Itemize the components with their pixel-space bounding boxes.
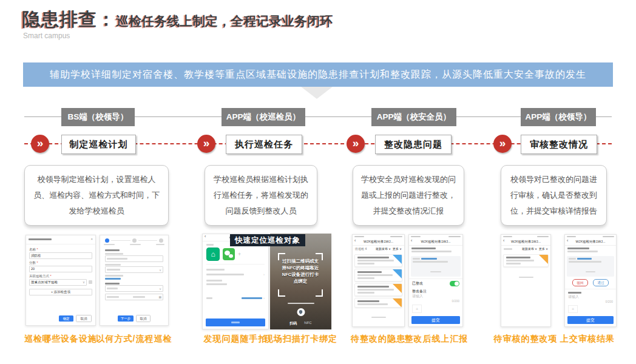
- step-rectify: 整改隐患问题: [375, 135, 452, 154]
- confirm-button[interactable]: 确定: [59, 315, 73, 322]
- back-icon[interactable]: ‹: [567, 238, 568, 243]
- chevron-double-icon: »: [31, 135, 49, 153]
- chevron-down-icon: ∨: [159, 268, 161, 272]
- app-navbar: ‹ WJX巡检对象1WJ...: [409, 238, 462, 246]
- more-dropdown[interactable]: 更多 ∨: [539, 247, 548, 251]
- caption-pending-audit: 待审核的整改项: [494, 334, 558, 345]
- filter-pending: 待巡检 4: [355, 247, 367, 251]
- chevron-double-icon: »: [197, 135, 215, 153]
- more-dropdown[interactable]: 更多 ∨: [393, 247, 402, 251]
- caption-scan-bind: 现场扫描打卡绑定: [265, 334, 337, 345]
- page-subtitle: Smart campus: [23, 32, 70, 40]
- desc-make-plan: 校领导制定巡检计划，设置巡检人员、巡检内容、巡检方式和时间，下发给学校巡检员: [24, 165, 169, 226]
- back-icon[interactable]: ‹: [205, 234, 206, 238]
- detail-box: [567, 256, 614, 277]
- add-check-item-button[interactable]: + 添加检查项: [29, 289, 92, 295]
- app-navbar: ‹ WJX巡检对象1WJ...: [501, 238, 550, 246]
- chevron-double-icon: »: [493, 135, 512, 153]
- scan-instruction: 过扫描二维码或支持NFC的终端靠近NFC设备进行打卡点绑定: [280, 258, 320, 285]
- desc-rectify: 学校安全员对巡检发现的问题或上报的问题进行整改，并提交整改情况汇报: [353, 165, 464, 226]
- reject-button[interactable]: 驳回: [572, 279, 588, 286]
- task-card[interactable]: [354, 283, 402, 296]
- quick-locate-banner: 快速定位巡检对象: [230, 234, 305, 246]
- nfc-shield-icon[interactable]: [297, 308, 305, 316]
- task-card[interactable]: [354, 254, 402, 267]
- chevron-down-icon: ∨: [83, 280, 85, 284]
- score-input[interactable]: 20: [29, 266, 92, 272]
- ribbon-orange: [393, 284, 402, 293]
- screenshot-rectify-list: ‹ WJX巡检对象1WJ... 待巡检 4 最新发布 ∨ 更多 ∨: [352, 234, 405, 327]
- badge-bs-leader: BS端（校领导）: [61, 108, 135, 126]
- task-card[interactable]: [503, 254, 549, 267]
- sort-dropdown[interactable]: 最新发布 ∨: [376, 247, 391, 251]
- remark-label: 整改备注: [412, 289, 459, 294]
- remark-placeholder[interactable]: 请输入: [568, 295, 613, 300]
- name-input[interactable]: 消防栓: [29, 252, 92, 259]
- screenshot-plan-wizard: ∨ ∨ ⊞ 下一步 取消: [100, 235, 169, 326]
- next-step-button[interactable]: 下一步: [118, 315, 134, 322]
- page-title: WJX巡检对象1WJ...: [364, 240, 393, 244]
- badge-app-safety-officer: APP端（校安全员）: [371, 108, 456, 126]
- step-execute-task: 执行巡检任务: [226, 135, 302, 154]
- caption-report-online: 整改后线上汇报: [405, 334, 469, 345]
- bind-button[interactable]: [206, 318, 265, 326]
- chevron-right-icon: ›: [263, 272, 265, 276]
- char-count: 0/200: [568, 300, 613, 304]
- screenshot-scan-view: 过扫描二维码或支持NFC的终端靠近NFC设备进行打卡点绑定 扫码 NFC: [270, 234, 331, 329]
- cancel-button[interactable]: 取消: [136, 315, 151, 322]
- page-title: 隐患排查：巡检任务线上制定，全程记录业务闭环: [22, 7, 333, 32]
- approve-button[interactable]: 通过: [593, 279, 609, 286]
- page-title: WJX巡检对象1WJ...: [421, 240, 450, 244]
- ribbon-orange: [393, 298, 402, 308]
- screenshot-plan-dialog: × 名称 * 消防栓 分数 * 20 关联巡检方式 * 按重点区域下巡检∨ + …: [25, 235, 96, 326]
- field-label: 名称 *: [29, 248, 92, 252]
- add-photo-icon[interactable]: +: [238, 251, 241, 257]
- scan-mode-tabs: 扫码 NFC: [270, 321, 331, 326]
- chevron-down-icon: ∨: [159, 287, 161, 291]
- screenshot-audit-form: ‹ WJX巡检对象1WJ... 驳回 通过 请输入 0/200 + 提交: [564, 234, 617, 327]
- chevron-double-icon: »: [347, 135, 365, 153]
- page-title-secondary: 巡检任务线上制定，全程记录业务闭环: [116, 14, 333, 28]
- task-card[interactable]: [354, 269, 402, 281]
- rectified-toggle[interactable]: [450, 281, 459, 286]
- step-review: 审核整改情况: [521, 135, 597, 154]
- calendar-icon: ⊞: [158, 295, 161, 299]
- desc-review: 校领导对已整改的问题进行审核，确认是否整改到位，并提交审核详情报告: [501, 165, 607, 226]
- caption-snap-problems: 发现问题随手拍: [204, 334, 268, 345]
- campus-app-icon[interactable]: ⌂: [206, 248, 220, 261]
- back-icon[interactable]: ‹: [354, 238, 356, 243]
- delete-icon[interactable]: [89, 280, 92, 284]
- char-count: 0/200: [412, 299, 459, 303]
- wizard-steps: [100, 235, 168, 244]
- tab-nfc[interactable]: NFC: [304, 321, 311, 326]
- step-make-plan: 制定巡检计划: [61, 135, 136, 154]
- cancel-button[interactable]: 取消: [76, 315, 92, 322]
- scan-frame: 过扫描二维码或支持NFC的终端靠近NFC设备进行打卡点绑定: [278, 253, 323, 297]
- tab-scan-qr[interactable]: 扫码: [289, 321, 297, 326]
- badge-app-leader: APP端（校领导）: [521, 108, 596, 126]
- wechat-icon[interactable]: [223, 248, 235, 260]
- page-title: WJX巡检对象1WJ...: [575, 240, 605, 244]
- screenshot-audit-list: ‹ WJX巡检对象1WJ... 最新发布 ∨ 更多 ∨: [501, 234, 551, 327]
- submit-button[interactable]: 提交: [567, 316, 614, 324]
- add-photo-box[interactable]: +: [412, 305, 422, 313]
- back-icon[interactable]: ‹: [411, 238, 412, 243]
- ribbon-blue: [393, 255, 402, 264]
- sort-dropdown[interactable]: 最新发布 ∨: [522, 247, 537, 251]
- submit-button[interactable]: 提交: [411, 316, 459, 324]
- summary-banner: 辅助学校详细制定对宿舍楼、教学楼等重点区域基础设施的隐患排查计划和整改跟踪，从源…: [23, 62, 613, 87]
- remark-placeholder[interactable]: 请输入: [412, 294, 459, 299]
- chevron-right-icon: ›: [263, 296, 265, 300]
- step-dot: [132, 238, 137, 243]
- detail-box: [411, 256, 461, 277]
- task-card[interactable]: [354, 298, 402, 308]
- method-select[interactable]: 按重点区域下巡检∨: [29, 279, 87, 286]
- step-dot: [159, 238, 163, 243]
- back-icon[interactable]: ‹: [503, 238, 504, 243]
- close-icon[interactable]: ×: [90, 237, 93, 242]
- step-dot-active: [105, 238, 109, 243]
- add-photo-box[interactable]: +: [568, 305, 578, 313]
- screenshot-rectify-form: ‹ WJX巡检对象1WJ... 已整改 整改备注 请输入 0/200 + 提交: [408, 234, 463, 327]
- ribbon-orange: [539, 255, 548, 264]
- badge-app-inspector: APP端（校巡检员）: [222, 108, 305, 126]
